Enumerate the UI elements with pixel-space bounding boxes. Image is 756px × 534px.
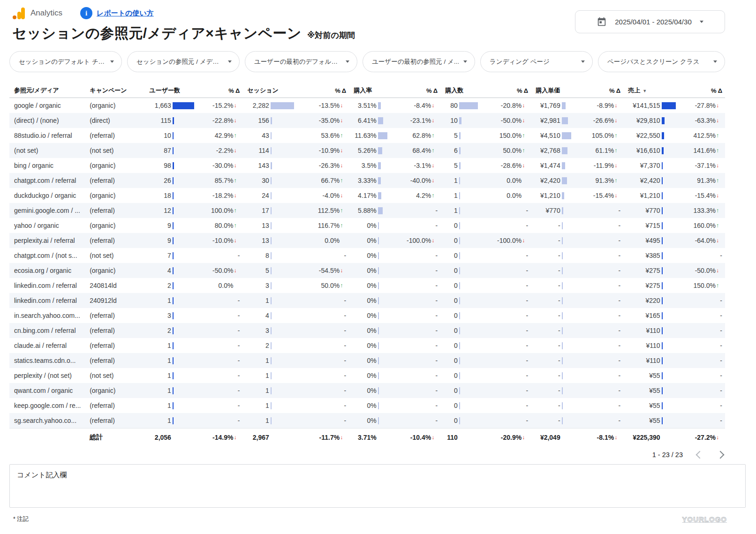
trend-up-icon: ↑ (716, 177, 722, 184)
col-header-purchase-rate-delta[interactable]: % Δ (390, 87, 440, 94)
previous-page-icon[interactable] (696, 451, 704, 459)
cell-purchase-rate-delta: - (390, 207, 440, 214)
date-range-picker[interactable]: 2025/04/01 - 2025/04/30 (575, 10, 725, 33)
cell-campaign: (referral) (85, 357, 144, 364)
col-header-revenue[interactable]: 売上▼ (623, 86, 678, 95)
cell-users: 10 (144, 132, 197, 139)
cell-source-medium: perplexity.ai / referral (9, 237, 85, 244)
col-header-sessions[interactable]: セッション (242, 86, 296, 95)
cell-revenue-delta: 133.3%↑ (679, 207, 725, 214)
cell-purchase-rate: 6.41% (349, 117, 390, 124)
cell-purchase-unit-price: ¥2,768 (531, 147, 574, 154)
sessions-bar (271, 222, 272, 229)
cell-users: 1 (144, 372, 197, 379)
col-header-sessions-delta[interactable]: % Δ (297, 87, 349, 94)
cell-purchases-delta: -28.6%↓ (481, 162, 531, 169)
cell-sessions: 13 (242, 222, 296, 229)
cell-purchase-unit-price-delta: -26.6%↓ (574, 117, 623, 124)
trend-down-icon: ↓ (716, 102, 722, 109)
users-bar (173, 342, 174, 349)
cell-revenue: ¥165 (623, 312, 678, 319)
cell-purchase-unit-price: - (531, 357, 574, 364)
filter-landing-page[interactable]: ランディング ページ (480, 51, 593, 72)
cell-purchases: 5 (440, 162, 481, 169)
cell-sessions: 1 (242, 357, 296, 364)
cell-purchases-delta: 150.0%↑ (481, 132, 531, 139)
users-bar (173, 117, 174, 124)
col-header-campaign[interactable]: キャンペーン (85, 86, 144, 95)
cell-revenue: ¥55 (623, 402, 678, 409)
cell-purchase-rate: 0% (349, 342, 390, 349)
col-header-users-delta[interactable]: % Δ (197, 87, 242, 94)
report-table: 参照元/メディアキャンペーンユーザー数% Δセッション% Δ購入率% Δ購入数%… (9, 83, 725, 446)
filter-session-source-medium[interactable]: セッションの参照元 / メディア (127, 51, 240, 72)
purchase-unit-price-bar (562, 147, 567, 154)
cell-purchase-unit-price-delta: - (574, 387, 623, 394)
report-footer: * 注記 YOURLOGO (13, 515, 727, 523)
cell-users-delta: - (197, 402, 243, 409)
cell-revenue-delta: -64.0%↓ (679, 237, 725, 244)
trend-down-icon: ↓ (614, 102, 620, 109)
cell-users-delta: - (197, 297, 243, 304)
cell-purchases: 0 (440, 342, 481, 349)
filter-first-user-source-medium[interactable]: ユーザーの最初の参照元 / メ... (363, 51, 475, 72)
cell-sessions: 1 (242, 297, 296, 304)
col-header-users[interactable]: ユーザー数 (144, 86, 197, 95)
page-title-note: ※対前の期間 (307, 30, 355, 41)
col-header-purchase-unit-price-delta[interactable]: % Δ (574, 87, 623, 94)
cell-revenue: ¥715 (623, 222, 678, 229)
trend-up-icon: ↑ (614, 132, 620, 139)
col-header-purchase-unit-price[interactable]: 購入単価 (531, 86, 574, 95)
cell-purchase-unit-price: ¥1,474 (531, 162, 574, 169)
trend-down-icon: ↓ (340, 192, 346, 199)
trend-up-icon: ↑ (614, 177, 620, 184)
col-header-source-medium[interactable]: 参照元/メディア (9, 86, 85, 95)
filter-first-user-default-channel[interactable]: ユーザーの最初のデフォルト ... (245, 51, 357, 72)
cell-sessions: 1 (242, 402, 296, 409)
col-header-purchases-delta[interactable]: % Δ (481, 87, 531, 94)
cell-purchase-unit-price: ¥1,210 (531, 192, 574, 199)
purchases-bar (459, 117, 461, 124)
cell-campaign: (referral) (85, 177, 144, 184)
cell-sessions-delta: -54.5%↓ (297, 267, 349, 274)
purchase-unit-price-bar (562, 177, 567, 184)
col-header-purchases[interactable]: 購入数 (440, 86, 481, 95)
comment-box[interactable]: コメント記入欄 (9, 464, 746, 508)
cell-users-delta: -22.8%↓ (197, 117, 243, 124)
purchases-bar (459, 357, 460, 364)
col-header-purchase-rate[interactable]: 購入率 (349, 86, 390, 95)
cell-users-delta: - (197, 342, 243, 349)
purchases-bar (459, 207, 460, 214)
sessions-bar (271, 252, 272, 259)
sessions-bar (271, 162, 272, 169)
col-header-revenue-delta[interactable]: % Δ (679, 87, 725, 94)
chevron-down-icon (713, 60, 717, 63)
cell-purchase-rate: 0% (349, 387, 390, 394)
filter-session-default-channel[interactable]: セッションのデフォルト チャ... (9, 51, 122, 72)
next-page-icon[interactable] (717, 451, 725, 459)
cell-revenue-delta: 160.0%↑ (679, 222, 725, 229)
cell-purchase-unit-price-delta: - (574, 372, 623, 379)
users-bar (173, 207, 174, 214)
cell-sessions-delta: -35.0%↓ (297, 117, 349, 124)
sessions-bar (271, 237, 272, 244)
cell-revenue: ¥22,550 (623, 132, 678, 139)
cell-purchases: 0 (440, 327, 481, 334)
users-bar (173, 132, 174, 139)
cell-purchase-rate: 11.63% (349, 132, 390, 139)
revenue-bar (662, 297, 663, 304)
table-row: claude.ai / referral(referral)1-2-0%-0--… (9, 338, 725, 353)
purchase-rate-bar (378, 417, 379, 424)
trend-down-icon: ↓ (716, 267, 722, 274)
cell-revenue-delta: 412.5%↑ (679, 132, 725, 139)
users-bar (173, 402, 174, 409)
filter-page-path-screen-class[interactable]: ページパスとスクリーン クラス (598, 51, 725, 72)
report-help-link[interactable]: i レポートの使い方 (80, 7, 154, 19)
trend-down-icon: ↓ (340, 102, 346, 109)
cell-users-delta: - (197, 252, 243, 259)
cell-purchase-rate: 0% (349, 312, 390, 319)
revenue-bar (662, 252, 663, 259)
cell-sessions: 1 (242, 372, 296, 379)
purchase-rate-bar (378, 372, 379, 379)
cell-users-delta: -30.0%↓ (197, 162, 243, 169)
